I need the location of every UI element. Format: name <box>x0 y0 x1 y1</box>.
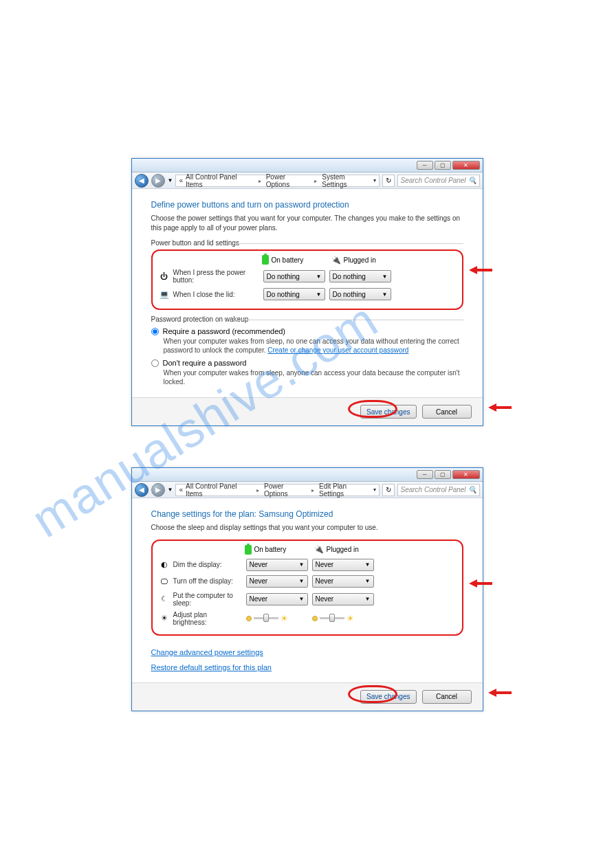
annotation-arrow <box>469 579 492 588</box>
close-button[interactable]: ✕ <box>452 470 480 479</box>
sleep-battery-dropdown[interactable]: Never▼ <box>246 593 308 605</box>
minimize-button[interactable]: ─ <box>417 161 433 170</box>
turnoff-display-plugged-dropdown[interactable]: Never▼ <box>312 575 374 588</box>
close-lid-plugged-dropdown[interactable]: Do nothing▼ <box>329 288 391 300</box>
group-power-button-lid: Power button and lid settings <box>151 239 463 247</box>
minimize-button[interactable]: ─ <box>417 470 433 479</box>
power-button-icon: ⏻ <box>158 270 171 282</box>
brightness-plugged-slider[interactable]: ☀ <box>312 614 374 623</box>
annotation-arrow <box>469 266 492 274</box>
breadcrumb-dropdown-icon[interactable]: ▾ <box>373 487 376 493</box>
save-changes-button[interactable]: Save changes <box>360 690 416 704</box>
power-button-plugged-dropdown[interactable]: Do nothing▼ <box>329 270 391 282</box>
page-description: Choose the sleep and display settings th… <box>151 523 463 533</box>
refresh-button[interactable]: ↻ <box>382 175 395 187</box>
breadcrumb-item[interactable]: Power Options <box>266 173 310 188</box>
brightness-low-icon <box>246 616 252 621</box>
search-icon: 🔍 <box>468 486 476 493</box>
annotation-arrow <box>488 403 512 412</box>
power-button-battery-dropdown[interactable]: Do nothing▼ <box>263 270 325 282</box>
maximize-button[interactable]: ▢ <box>435 470 451 479</box>
window-system-settings: ─ ▢ ✕ ◀ ▶ ▼ « All Control Panel Items Po… <box>131 158 483 426</box>
page-description: Choose the power settings that you want … <box>151 214 463 232</box>
highlight-box: On battery 🔌Plugged in ⏻ When I press th… <box>151 249 463 310</box>
breadcrumb-prefix: « <box>179 177 183 184</box>
close-lid-label: When I close the lid: <box>173 291 259 298</box>
on-battery-header: On battery <box>254 546 287 553</box>
chevron-down-icon: ▼ <box>365 596 371 602</box>
chevron-down-icon: ▼ <box>382 291 388 298</box>
dim-display-battery-dropdown[interactable]: Never▼ <box>246 559 308 571</box>
window-edit-plan-settings: ─ ▢ ✕ ◀ ▶ ▼ « All Control Panel Items Po… <box>131 467 483 711</box>
on-battery-header: On battery <box>272 256 304 264</box>
cancel-button[interactable]: Cancel <box>422 405 472 419</box>
group-password-protection: Password protection on wakeup <box>151 315 463 323</box>
breadcrumb-item[interactable]: Power Options <box>264 482 307 498</box>
content-area: Define power buttons and turn on passwor… <box>132 189 483 397</box>
breadcrumb-dropdown-icon[interactable]: ▾ <box>373 177 376 183</box>
search-placeholder: Search Control Panel <box>401 486 466 493</box>
maximize-button[interactable]: ▢ <box>435 161 451 170</box>
chevron-down-icon: ▼ <box>365 561 371 568</box>
breadcrumb-sep <box>254 486 261 493</box>
history-dropdown-icon[interactable]: ▼ <box>168 487 173 493</box>
search-icon: 🔍 <box>468 177 476 184</box>
no-password-label: Don't require a password <box>163 359 247 367</box>
forward-button[interactable]: ▶ <box>151 174 165 188</box>
breadcrumb[interactable]: « All Control Panel Items Power Options … <box>175 484 379 496</box>
advanced-settings-link[interactable]: Change advanced power settings <box>151 648 263 656</box>
breadcrumb-item[interactable]: Edit Plan Settings <box>319 482 371 498</box>
dim-display-icon: ◐ <box>158 559 171 571</box>
create-password-link[interactable]: Create or change your user account passw… <box>267 346 408 354</box>
breadcrumb-item[interactable]: All Control Panel Items <box>186 173 254 188</box>
turnoff-display-icon: 🖵 <box>158 575 171 588</box>
sleep-icon: ☾ <box>158 593 171 605</box>
no-password-desc: When your computer wakes from sleep, any… <box>164 368 463 386</box>
restore-defaults-link[interactable]: Restore default settings for this plan <box>151 663 272 671</box>
power-button-label: When I press the power button: <box>173 269 259 284</box>
chevron-down-icon: ▼ <box>365 578 371 584</box>
forward-button[interactable]: ▶ <box>151 483 165 497</box>
search-input[interactable]: Search Control Panel 🔍 <box>397 484 480 496</box>
page-title: Define power buttons and turn on passwor… <box>151 200 463 210</box>
breadcrumb[interactable]: « All Control Panel Items Power Options … <box>175 175 379 187</box>
no-password-radio[interactable] <box>151 359 159 367</box>
brightness-low-icon <box>312 616 318 621</box>
refresh-button[interactable]: ↻ <box>382 484 395 496</box>
brightness-battery-slider[interactable]: ☀ <box>246 614 308 623</box>
require-password-desc: When your computer wakes from sleep, no … <box>164 337 463 355</box>
dim-display-plugged-dropdown[interactable]: Never▼ <box>312 559 374 571</box>
breadcrumb-prefix: « <box>179 486 183 493</box>
plug-icon: 🔌 <box>314 545 324 554</box>
require-password-radio[interactable] <box>151 328 159 335</box>
chevron-down-icon: ▼ <box>299 596 305 602</box>
lid-icon: 💻 <box>158 288 171 300</box>
chevron-down-icon: ▼ <box>382 274 388 280</box>
search-input[interactable]: Search Control Panel 🔍 <box>397 175 480 187</box>
turnoff-display-label: Turn off the display: <box>173 577 242 585</box>
brightness-high-icon: ☀ <box>347 614 354 623</box>
chevron-down-icon: ▼ <box>299 578 305 584</box>
cancel-button[interactable]: Cancel <box>422 690 472 704</box>
breadcrumb-item[interactable]: System Settings <box>322 173 370 188</box>
turnoff-display-battery-dropdown[interactable]: Never▼ <box>246 575 308 588</box>
close-lid-battery-dropdown[interactable]: Do nothing▼ <box>263 288 325 300</box>
brightness-icon: ☀ <box>158 612 171 625</box>
history-dropdown-icon[interactable]: ▼ <box>168 177 173 183</box>
footer-buttons: Save changes Cancel <box>132 682 483 711</box>
navbar: ◀ ▶ ▼ « All Control Panel Items Power Op… <box>132 173 483 189</box>
chevron-down-icon: ▼ <box>316 274 322 280</box>
sleep-plugged-dropdown[interactable]: Never▼ <box>312 593 374 605</box>
back-button[interactable]: ◀ <box>135 483 149 497</box>
plug-icon: 🔌 <box>331 256 341 265</box>
close-button[interactable]: ✕ <box>452 161 480 170</box>
content-area: Change settings for the plan: Samsung Op… <box>132 498 483 682</box>
plugged-in-header: Plugged in <box>344 256 376 264</box>
search-placeholder: Search Control Panel <box>401 177 466 184</box>
breadcrumb-item[interactable]: All Control Panel Items <box>186 482 252 498</box>
footer-buttons: Save changes Cancel <box>132 397 483 425</box>
battery-icon <box>262 255 269 265</box>
save-changes-button[interactable]: Save changes <box>360 405 416 419</box>
back-button[interactable]: ◀ <box>135 174 149 188</box>
brightness-label: Adjust plan brightness: <box>173 611 242 626</box>
